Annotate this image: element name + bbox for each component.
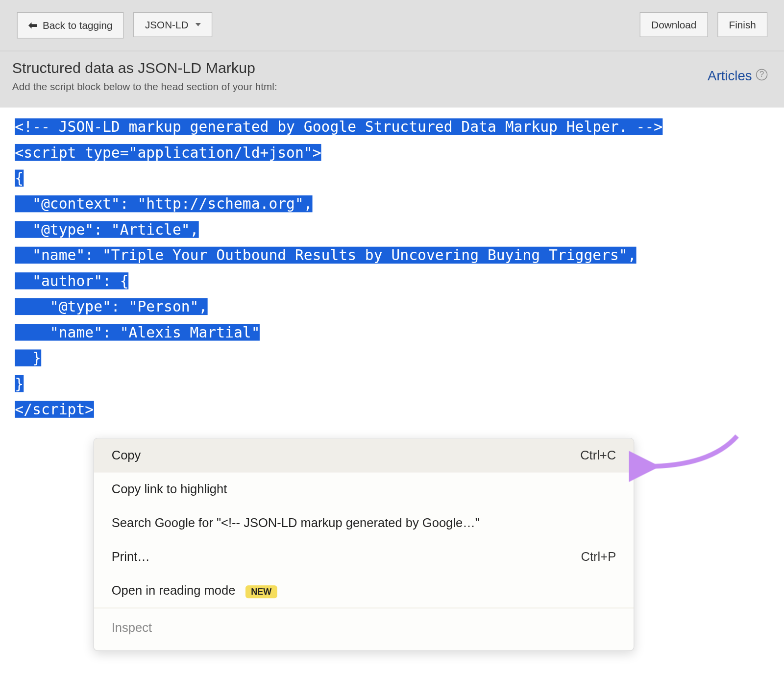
help-icon[interactable]: ? [756,69,767,80]
menu-item-label: Inspect [112,621,152,635]
menu-item-label: Open in reading mode [112,583,236,598]
menu-item-label: Copy link to highlight [112,482,227,497]
articles-link[interactable]: Articles [708,68,752,84]
code-block[interactable]: <!-- JSON-LD markup generated by Google … [15,114,769,422]
format-dropdown[interactable]: JSON-LD [133,12,212,37]
code-line: "@context": "http://schema.org", [15,195,312,213]
menu-item-label: Search Google for "<!-- JSON-LD markup g… [112,516,480,530]
menu-item-inspect[interactable]: Inspect [94,608,634,651]
code-line: "author": { [15,272,128,289]
menu-item-search[interactable]: Search Google for "<!-- JSON-LD markup g… [94,506,634,540]
finish-button[interactable]: Finish [717,12,767,37]
toolbar: ⬅ Back to tagging JSON-LD Download Finis… [0,0,784,51]
code-line: "@type": "Article", [15,221,198,238]
format-label: JSON-LD [145,19,189,30]
code-line: <!-- JSON-LD markup generated by Google … [15,119,662,136]
code-line: { [15,169,24,187]
code-line: } [15,375,24,392]
back-label: Back to tagging [43,20,113,31]
menu-item-shortcut: Ctrl+C [580,448,616,463]
arrow-annotation-icon [629,426,764,486]
menu-item-print[interactable]: Print… Ctrl+P [94,540,634,574]
chevron-down-icon [195,23,200,26]
menu-item-reading-mode[interactable]: Open in reading mode NEW [94,574,634,608]
menu-item-shortcut: Ctrl+P [581,550,616,564]
page-title: Structured data as JSON-LD Markup [12,59,277,77]
code-line: <script type="application/ld+json"> [15,144,321,161]
context-menu: Copy Ctrl+C Copy link to highlight Searc… [93,438,634,651]
menu-item-label: Copy [112,448,141,463]
subheader: Structured data as JSON-LD Markup Add th… [0,51,784,108]
page-subtitle: Add the script block below to the head s… [12,80,277,92]
code-line: </script> [15,401,94,418]
menu-item-copy-link[interactable]: Copy link to highlight [94,473,634,506]
code-area: <!-- JSON-LD markup generated by Google … [0,107,784,429]
menu-item-label: Print… [112,550,150,564]
back-button[interactable]: ⬅ Back to tagging [17,12,124,39]
menu-item-copy[interactable]: Copy Ctrl+C [94,439,634,473]
code-line: "name": "Triple Your Outbound Results by… [15,247,636,264]
code-line: "name": "Alexis Martial" [15,324,260,341]
code-line: } [15,349,41,366]
download-button[interactable]: Download [640,12,708,37]
back-arrow-icon: ⬅ [28,19,37,32]
new-badge: NEW [245,585,277,598]
code-line: "@type": "Person", [15,298,207,315]
